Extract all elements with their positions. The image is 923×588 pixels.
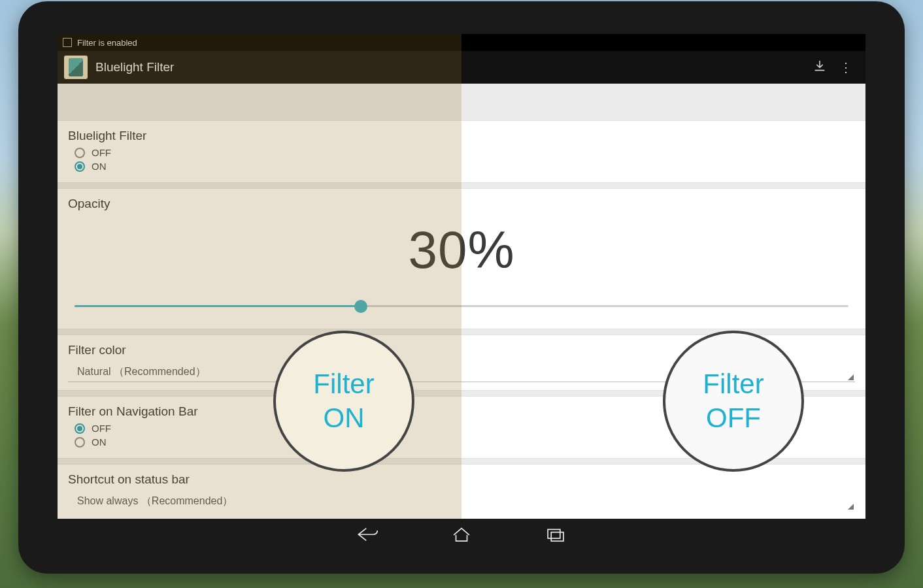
back-icon[interactable]	[356, 525, 378, 547]
bubble-line2: ON	[324, 401, 365, 436]
recents-icon[interactable]	[545, 525, 567, 547]
opacity-slider[interactable]	[75, 300, 848, 313]
android-nav-bar	[58, 520, 865, 551]
select-value: Show always （Recommended）	[77, 495, 233, 506]
opacity-card: Opacity 30%	[58, 188, 865, 329]
filter-toggle-title: Bluelight Filter	[68, 129, 855, 143]
radio-icon	[75, 423, 85, 434]
svg-rect-0	[548, 529, 560, 538]
radio-label: ON	[92, 161, 107, 172]
statusbar-text: Filter is enabled	[77, 38, 137, 48]
radio-label: OFF	[92, 423, 111, 434]
home-icon[interactable]	[450, 525, 473, 547]
bubble-line1: Filter	[313, 367, 374, 402]
radio-icon	[75, 161, 85, 172]
app-icon	[64, 56, 88, 79]
shortcut-title: Shortcut on status bar	[68, 472, 855, 487]
tablet-frame: Filter is enabled Bluelight Filter ⋮ Blu…	[18, 1, 905, 574]
opacity-value: 30%	[68, 220, 855, 280]
app-title: Bluelight Filter	[95, 60, 807, 74]
filter-off-radio[interactable]: OFF	[75, 147, 855, 158]
download-icon[interactable]	[807, 59, 833, 76]
select-value: Natural （Recommended）	[77, 366, 206, 377]
svg-rect-1	[551, 532, 563, 542]
filter-on-radio[interactable]: ON	[75, 161, 855, 172]
bubble-line1: Filter	[703, 367, 764, 402]
shortcut-select[interactable]: Show always （Recommended）	[68, 491, 855, 511]
radio-icon	[75, 148, 85, 158]
shortcut-card: Shortcut on status bar Show always （Reco…	[58, 464, 865, 519]
opacity-title: Opacity	[68, 197, 855, 211]
filter-toggle-card: Bluelight Filter OFF ON	[58, 120, 865, 183]
bubble-line2: OFF	[706, 401, 761, 436]
action-bar: Bluelight Filter ⋮	[58, 51, 865, 84]
filter-off-annotation: Filter OFF	[663, 331, 804, 472]
filter-on-annotation: Filter ON	[273, 331, 414, 472]
notification-app-icon	[63, 38, 72, 47]
overflow-menu-icon[interactable]: ⋮	[833, 59, 859, 75]
status-bar: Filter is enabled	[58, 34, 865, 51]
radio-icon	[75, 437, 85, 448]
radio-label: ON	[92, 436, 107, 448]
radio-label: OFF	[92, 147, 111, 158]
